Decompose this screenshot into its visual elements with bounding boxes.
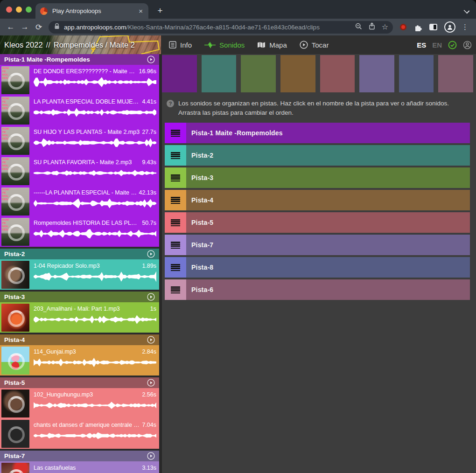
track-row[interactable]: Pista-2 (165, 145, 470, 166)
side-panel-icon[interactable] (429, 24, 437, 30)
zoom-button[interactable] (26, 7, 32, 13)
nav-tab-sonidos[interactable]: Sonidos (204, 41, 245, 49)
track-row[interactable]: Pista-3 (165, 167, 470, 188)
lock-icon (54, 23, 60, 31)
audio-clip[interactable]: LA PLANTA ESPECIAL DOBLE MUJER - Mai... … (0, 95, 159, 125)
clip-thumbnail (1, 188, 29, 216)
audio-clip[interactable]: 1-04 Repicador Solo.mp3 1.89s (0, 259, 159, 290)
play-track-icon[interactable] (147, 56, 155, 63)
clip-waveform[interactable] (34, 399, 156, 411)
play-track-icon[interactable] (147, 336, 155, 344)
track-row-bar[interactable]: Pista-6 (186, 279, 470, 300)
audio-clip[interactable]: SU PLANTA FAVORITA - Maite 2.mp3 9.43s (0, 156, 159, 186)
clip-duration: 4.41s (142, 98, 156, 105)
clip-title: chants et danses d' amerique centrale - … (34, 422, 140, 428)
back-button[interactable]: ← (4, 22, 18, 32)
clip-waveform[interactable] (34, 197, 156, 209)
track-row-bar[interactable]: Pista-4 (186, 190, 470, 210)
track-row[interactable]: Pista-4 (165, 190, 470, 210)
drag-handle-icon[interactable] (165, 235, 186, 255)
clip-duration: 50.7s (142, 220, 156, 226)
play-track-icon[interactable] (147, 379, 155, 387)
audio-clip[interactable]: 114_Gunjai.mp3 2.84s (0, 345, 159, 376)
clip-waveform[interactable] (34, 313, 156, 326)
sidebar-track-header[interactable]: Pista-4 (0, 334, 159, 345)
clip-waveform[interactable] (34, 356, 156, 369)
audio-clip[interactable]: chants et danses d' amerique centrale - … (0, 418, 159, 449)
play-track-icon[interactable] (147, 293, 155, 301)
sidebar-track-header[interactable]: Pista-5 (0, 377, 159, 388)
clip-waveform[interactable] (34, 106, 156, 118)
reload-button[interactable]: ⟳ (32, 22, 46, 32)
audio-clip[interactable]: 102_Hunguhungu.mp3 2.56s (0, 388, 159, 418)
nav-label-mapa: Mapa (269, 41, 287, 49)
lang-es-button[interactable]: ES (417, 41, 426, 49)
drag-handle-icon[interactable] (165, 257, 186, 278)
browser-tab[interactable]: Play Antropoloops × (35, 3, 148, 19)
clip-waveform[interactable] (34, 76, 156, 88)
browser-menu-icon[interactable]: ⋮ (462, 23, 469, 31)
audio-clip[interactable]: 203_Amalihani - Mali: Part 1.mp3 1s (0, 302, 159, 333)
drag-handle-icon[interactable] (165, 167, 186, 188)
track-row[interactable]: Pista-5 (165, 212, 470, 233)
drag-handle-icon[interactable] (165, 279, 186, 300)
profile-avatar[interactable] (444, 21, 455, 33)
track-row[interactable]: Pista-6 (165, 279, 470, 300)
clip-waveform[interactable] (34, 167, 156, 179)
clip-waveform[interactable] (34, 271, 156, 283)
account-icon[interactable] (463, 41, 472, 49)
clip-thumbnail (1, 463, 29, 473)
app-nav: Info Sonidos Mapa Tocar (169, 35, 329, 54)
forward-button[interactable]: → (18, 22, 32, 32)
clip-waveform[interactable] (34, 430, 156, 442)
audio-clip[interactable]: SU HIJO Y LAS PLANTAS - Maite 2.mp3 27.7… (0, 125, 159, 156)
sidebar-track-header[interactable]: Pista-2 (0, 249, 159, 259)
audio-clip[interactable]: Las castañuelas 3.13s (0, 461, 159, 473)
clip-waveform[interactable] (34, 137, 156, 149)
clip-title: Rompemoldes HISTORIA DE LAS PLANTAS... (34, 220, 140, 226)
nav-tab-info[interactable]: Info (169, 41, 192, 49)
share-icon[interactable] (369, 22, 375, 32)
sidebar-track-header[interactable]: Pista-1 Maite -Rompemoldes (0, 54, 159, 65)
audio-clip[interactable]: ------LA PLANNTA ESPECIAL - Maite 2.mp3 … (0, 186, 159, 216)
drag-handle-icon[interactable] (165, 212, 186, 233)
tab-search-chevron-icon[interactable] (464, 7, 469, 13)
track-row-bar[interactable]: Pista-1 Maite -Rompemoldes (186, 123, 470, 143)
sidebar-track-section: Pista-4 114_Gunjai.mp3 2.84s (0, 334, 159, 376)
clip-thumbnail (1, 127, 29, 155)
nav-tab-tocar[interactable]: Tocar (300, 41, 329, 49)
sidebar-track-header[interactable]: Pista-3 (0, 292, 159, 302)
track-row[interactable]: Pista-8 (165, 257, 470, 278)
track-row-bar[interactable]: Pista-5 (186, 212, 470, 233)
breadcrumb-project[interactable]: Kleos 2022 (4, 41, 43, 49)
bookmark-star-icon[interactable]: ☆ (382, 23, 388, 31)
track-row[interactable]: Pista-1 Maite -Rompemoldes (165, 123, 470, 143)
play-track-icon[interactable] (147, 452, 155, 460)
new-tab-button[interactable]: + (154, 5, 166, 17)
sidebar-track-header[interactable]: Pista-7 (0, 451, 159, 461)
track-row-bar[interactable]: Pista-7 (186, 235, 470, 255)
map-icon (257, 42, 266, 49)
drag-handle-icon[interactable] (165, 145, 186, 166)
extensions-puzzle-icon[interactable] (413, 23, 422, 32)
minimize-button[interactable] (16, 7, 22, 13)
track-row[interactable]: Pista-7 (165, 235, 470, 255)
audio-clip[interactable]: DE DONDE ERES???????? - Maite 2.mp3 16.9… (0, 65, 159, 95)
clip-waveform[interactable] (34, 228, 156, 240)
address-bar[interactable]: app.antropoloops.com/Kleos-Santa-Marina/… (49, 21, 393, 34)
close-button[interactable] (6, 7, 12, 13)
clip-body: LA PLANTA ESPECIAL DOBLE MUJER - Mai... … (29, 95, 159, 125)
tab-close-icon[interactable]: × (138, 7, 144, 14)
audio-clip[interactable]: Rompemoldes HISTORIA DE LAS PLANTAS... 5… (0, 216, 159, 247)
track-row-name: Pista-6 (191, 286, 213, 293)
zoom-level-icon[interactable] (355, 23, 362, 32)
drag-handle-icon[interactable] (165, 123, 186, 143)
nav-tab-mapa[interactable]: Mapa (257, 41, 287, 49)
play-track-icon[interactable] (147, 250, 155, 258)
drag-handle-icon[interactable] (165, 190, 186, 210)
track-row-bar[interactable]: Pista-3 (186, 167, 470, 188)
lang-en-button[interactable]: EN (432, 41, 442, 49)
track-row-bar[interactable]: Pista-2 (186, 145, 470, 166)
recorder-extension-icon[interactable] (400, 24, 406, 30)
track-row-bar[interactable]: Pista-8 (186, 257, 470, 278)
